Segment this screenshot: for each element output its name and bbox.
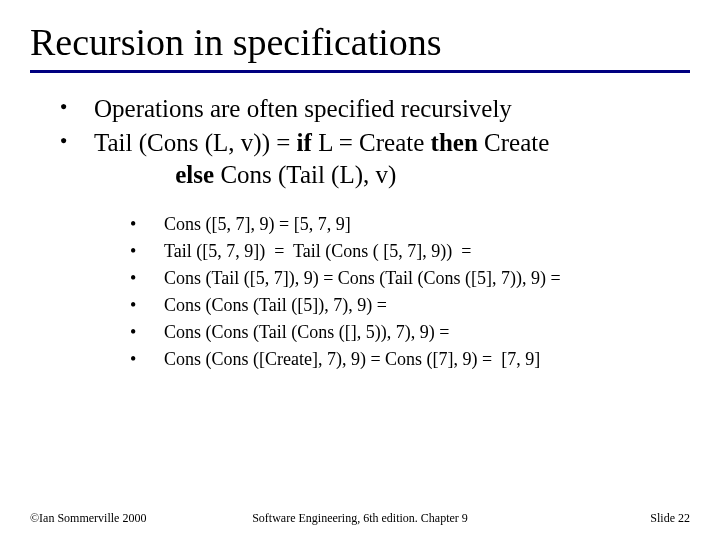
bullet-1: Operations are often specified recursive… — [60, 93, 690, 125]
bullet-2-pad — [94, 161, 175, 188]
sub-item-1: Cons ([5, 7], 9) = [5, 7, 9] — [130, 211, 690, 238]
bullet-1-text: Operations are often specified recursive… — [94, 95, 512, 122]
slide-title: Recursion in specifications — [30, 20, 690, 66]
title-underline — [30, 70, 690, 73]
sub-bullet-list: Cons ([5, 7], 9) = [5, 7, 9] Tail ([5, 7… — [130, 211, 690, 373]
bullet-2-mid: L = Create — [312, 129, 431, 156]
bullet-2: Tail (Cons (L, v)) = if L = Create then … — [60, 127, 690, 191]
sub-item-3: Cons (Tail ([5, 7]), 9) = Cons (Tail (Co… — [130, 265, 690, 292]
sub-item-5: Cons (Cons (Tail (Cons ([], 5)), 7), 9) … — [130, 319, 690, 346]
bullet-2-post1: Create — [478, 129, 549, 156]
bullet-2-pre: Tail (Cons (L, v)) = — [94, 129, 297, 156]
footer-slide-number: Slide 22 — [496, 511, 690, 526]
sub-item-4: Cons (Cons (Tail ([5]), 7), 9) = — [130, 292, 690, 319]
footer: ©Ian Sommerville 2000 Software Engineeri… — [0, 511, 720, 526]
footer-copyright: ©Ian Sommerville 2000 — [30, 511, 224, 526]
sub-item-2: Tail ([5, 7, 9]) = Tail (Cons ( [5, 7], … — [130, 238, 690, 265]
slide: Recursion in specifications Operations a… — [0, 0, 720, 540]
keyword-if: if — [297, 129, 312, 156]
bullet-2-post2: Cons (Tail (L), v) — [214, 161, 396, 188]
sub-item-6: Cons (Cons ([Create], 7), 9) = Cons ([7]… — [130, 346, 690, 373]
keyword-else: else — [175, 161, 214, 188]
footer-book-title: Software Engineering, 6th edition. Chapt… — [224, 511, 496, 526]
keyword-then: then — [431, 129, 478, 156]
main-bullet-list: Operations are often specified recursive… — [60, 93, 690, 191]
